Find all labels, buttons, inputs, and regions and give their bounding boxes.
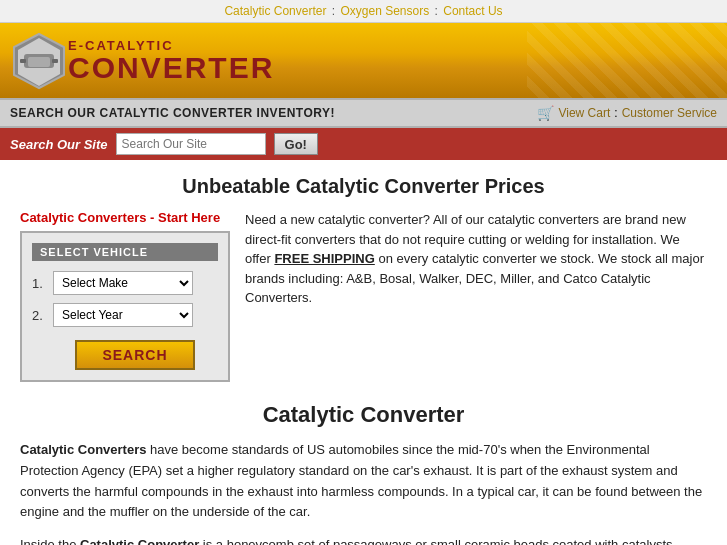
nav-sep-1: : <box>332 4 339 18</box>
select-vehicle-header: SELECT VEHICLE <box>32 243 218 261</box>
page-wrapper: Catalytic Converter : Oxygen Sensors : C… <box>0 0 727 545</box>
page-heading: Unbeatable Catalytic Converter Prices <box>20 175 707 198</box>
header: E-CATALYTIC CONVERTER <box>0 23 727 98</box>
site-search-label: Search Our Site <box>10 137 108 152</box>
intro-text-block: Need a new catalytic converter? All of o… <box>245 210 707 382</box>
view-cart-link[interactable]: View Cart <box>558 106 610 120</box>
free-shipping-label: FREE SHIPPING <box>274 251 374 266</box>
section-heading: Catalytic Converter <box>20 402 707 428</box>
year-row: 2. Select Year <box>32 303 218 327</box>
svg-rect-5 <box>28 57 50 67</box>
svg-rect-3 <box>20 59 26 63</box>
vehicle-selector-col: Catalytic Converters - Start Here SELECT… <box>20 210 230 382</box>
catalytic-start-label: Catalytic Converters - Start Here <box>20 210 230 225</box>
nav-oxygen-sensors[interactable]: Oxygen Sensors <box>340 4 429 18</box>
select-vehicle-box: SELECT VEHICLE 1. Select Make 2. Select … <box>20 231 230 382</box>
body-paragraph-2: Inside the Catalytic Converter is a hone… <box>20 535 707 545</box>
go-button[interactable]: Go! <box>274 133 318 155</box>
nav-catalytic-converter[interactable]: Catalytic Converter <box>224 4 326 18</box>
svg-rect-4 <box>52 59 58 63</box>
make-row-num: 1. <box>32 276 47 291</box>
logo-text: E-CATALYTIC CONVERTER <box>68 38 274 83</box>
content-area: Catalytic Converters - Start Here SELECT… <box>20 210 707 382</box>
make-row: 1. Select Make <box>32 271 218 295</box>
cart-area: 🛒 View Cart : Customer Service <box>537 105 717 121</box>
search-button[interactable]: SEARCH <box>75 340 194 370</box>
year-row-num: 2. <box>32 308 47 323</box>
body-paragraph-1: Catalytic Converters have become standar… <box>20 440 707 523</box>
site-search-row: Search Our Site Go! <box>0 128 727 160</box>
inventory-text: SEARCH OUR CATALYTIC CONVERTER INVENTORY… <box>10 106 335 120</box>
nav-contact-us[interactable]: Contact Us <box>443 4 502 18</box>
make-select[interactable]: Select Make <box>53 271 193 295</box>
customer-service-link[interactable]: Customer Service <box>622 106 717 120</box>
logo-main: CONVERTER <box>68 53 274 83</box>
search-input[interactable] <box>116 133 266 155</box>
top-nav: Catalytic Converter : Oxygen Sensors : C… <box>0 0 727 23</box>
search-bar-row: SEARCH OUR CATALYTIC CONVERTER INVENTORY… <box>0 98 727 128</box>
cart-icon: 🛒 <box>537 105 554 121</box>
year-select[interactable]: Select Year <box>53 303 193 327</box>
cart-sep: : <box>614 106 617 120</box>
nav-sep-2: : <box>435 4 442 18</box>
main-content: Unbeatable Catalytic Converter Prices Ca… <box>0 160 727 545</box>
logo-hex <box>10 32 68 90</box>
